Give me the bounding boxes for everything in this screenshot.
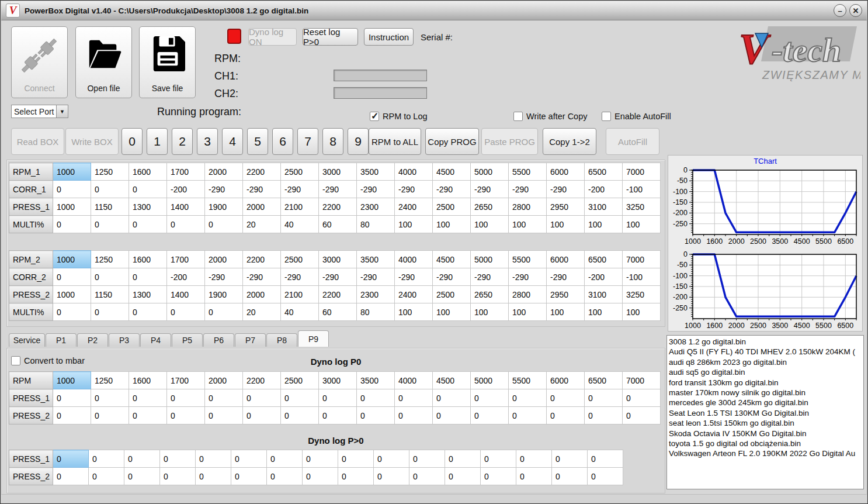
grid-cell[interactable]: 2300 bbox=[357, 198, 395, 216]
grid-cell[interactable]: 100 bbox=[471, 303, 509, 321]
grid-cell[interactable]: 0 bbox=[124, 450, 160, 468]
grid-cell[interactable]: -290 bbox=[319, 181, 357, 198]
program-button-6[interactable]: 6 bbox=[272, 128, 293, 155]
read-box-button[interactable]: Read BOX bbox=[11, 128, 64, 155]
grid-cell[interactable]: 6500 bbox=[585, 251, 623, 268]
grid-cell[interactable]: 1150 bbox=[91, 286, 129, 303]
grid-cell[interactable]: 3500 bbox=[357, 372, 395, 389]
grid-cell[interactable]: 80 bbox=[357, 216, 395, 233]
rpm-to-all-button[interactable]: RPM to ALL bbox=[369, 128, 421, 155]
grid-cell[interactable]: 0 bbox=[53, 303, 91, 321]
grid-cell[interactable]: 1150 bbox=[91, 198, 129, 216]
grid-cell[interactable]: 0 bbox=[509, 389, 547, 407]
save-file-button[interactable]: Save file bbox=[139, 26, 196, 98]
grid-cell[interactable]: 1000 bbox=[53, 286, 91, 303]
grid-cell[interactable]: 4500 bbox=[433, 251, 471, 268]
program-button-3[interactable]: 3 bbox=[197, 128, 218, 155]
grid-cell[interactable]: 2000 bbox=[205, 163, 243, 181]
grid-cell[interactable]: 40 bbox=[281, 216, 319, 233]
grid-cell[interactable]: 0 bbox=[167, 407, 205, 424]
connect-button[interactable]: Connect bbox=[11, 26, 68, 98]
grid-cell[interactable]: 2200 bbox=[243, 251, 281, 268]
grid-cell[interactable]: 1250 bbox=[91, 372, 129, 389]
grid-cell[interactable]: 20 bbox=[243, 303, 281, 321]
grid-cell[interactable]: 0 bbox=[91, 407, 129, 424]
grid-cell[interactable]: 0 bbox=[160, 468, 196, 485]
grid-cell[interactable]: 40 bbox=[281, 303, 319, 321]
grid-cell[interactable]: 1900 bbox=[205, 198, 243, 216]
file-list-item[interactable]: Seat Leon 1.5 TSI 130KM Go Digital.bin bbox=[669, 408, 863, 418]
grid-cell[interactable]: 2100 bbox=[281, 286, 319, 303]
grid-cell[interactable]: -290 bbox=[547, 268, 585, 286]
grid-cell[interactable]: 0 bbox=[267, 468, 303, 485]
grid-cell[interactable]: -290 bbox=[395, 181, 433, 198]
grid-cell[interactable]: 2500 bbox=[281, 372, 319, 389]
grid-cell[interactable]: -290 bbox=[281, 181, 319, 198]
tab-p9[interactable]: P9 bbox=[298, 330, 329, 347]
grid-cell[interactable]: 5000 bbox=[471, 163, 509, 181]
grid-cell[interactable]: 1000 bbox=[53, 163, 91, 181]
grid-cell[interactable]: 0 bbox=[89, 450, 124, 468]
grid-cell[interactable]: 0 bbox=[357, 389, 395, 407]
grid-cell[interactable]: 0 bbox=[124, 468, 160, 485]
grid-cell[interactable]: 5000 bbox=[471, 372, 509, 389]
chevron-down-icon[interactable]: ▼ bbox=[56, 105, 68, 118]
grid-cell[interactable]: 1300 bbox=[129, 198, 167, 216]
rpm-to-log-checkbox[interactable]: RPM to Log bbox=[370, 112, 428, 121]
grid-cell[interactable]: 1700 bbox=[167, 251, 205, 268]
program-button-0[interactable]: 0 bbox=[121, 128, 143, 155]
tab-p2[interactable]: P2 bbox=[77, 333, 108, 347]
grid-cell[interactable]: 1000 bbox=[53, 372, 91, 389]
grid-cell[interactable]: 0 bbox=[196, 468, 231, 485]
grid-cell[interactable]: 100 bbox=[433, 303, 471, 321]
grid-cell[interactable]: 6000 bbox=[547, 251, 585, 268]
file-list-item[interactable]: Audi Q5 II (FY FL) 40 TDI MHEV 2.0 150kW… bbox=[669, 347, 863, 357]
file-list-item[interactable]: Skoda Octavia IV 150KM Go Digital.bin bbox=[669, 429, 863, 439]
grid-cell[interactable]: 0 bbox=[243, 389, 281, 407]
minimize-button[interactable]: – bbox=[834, 4, 846, 17]
grid-cell[interactable]: 1300 bbox=[129, 286, 167, 303]
program-button-9[interactable]: 9 bbox=[348, 128, 369, 155]
grid-cell[interactable]: 4000 bbox=[395, 251, 433, 268]
grid-cell[interactable]: 3500 bbox=[357, 251, 395, 268]
grid-cell[interactable]: 0 bbox=[585, 407, 623, 424]
grid-cell[interactable]: 0 bbox=[231, 468, 267, 485]
write-box-button[interactable]: Write BOX bbox=[65, 128, 119, 155]
tab-p7[interactable]: P7 bbox=[235, 333, 266, 347]
grid-cell[interactable]: 0 bbox=[196, 450, 231, 468]
grid-cell[interactable]: 1250 bbox=[91, 251, 129, 268]
program-button-1[interactable]: 1 bbox=[147, 128, 168, 155]
grid-cell[interactable]: 100 bbox=[585, 216, 623, 233]
grid-cell[interactable]: 4000 bbox=[395, 372, 433, 389]
grid-cell[interactable]: 0 bbox=[91, 181, 129, 198]
grid-cell[interactable]: 0 bbox=[91, 303, 129, 321]
open-file-button[interactable]: Open file bbox=[75, 26, 132, 98]
grid-cell[interactable]: 1400 bbox=[167, 198, 205, 216]
grid-cell[interactable]: 3000 bbox=[319, 163, 357, 181]
grid-cell[interactable]: 4500 bbox=[433, 163, 471, 181]
grid-cell[interactable]: 1600 bbox=[129, 251, 167, 268]
grid-cell[interactable]: 2200 bbox=[243, 163, 281, 181]
grid-cell[interactable]: 0 bbox=[167, 216, 205, 233]
grid-cell[interactable]: 0 bbox=[129, 268, 167, 286]
grid-cell[interactable]: 1900 bbox=[205, 286, 243, 303]
grid-cell[interactable]: 0 bbox=[552, 468, 588, 485]
grid-cell[interactable]: -290 bbox=[281, 268, 319, 286]
grid-cell[interactable]: -290 bbox=[433, 268, 471, 286]
grid-cell[interactable]: 0 bbox=[231, 450, 267, 468]
enable-autofill-checkbox[interactable]: Enable AutoFill bbox=[602, 112, 671, 121]
grid-cell[interactable]: 0 bbox=[433, 389, 471, 407]
grid-cell[interactable]: 0 bbox=[471, 407, 509, 424]
grid-cell[interactable]: 0 bbox=[585, 389, 623, 407]
grid-cell[interactable]: 0 bbox=[281, 389, 319, 407]
grid-cell[interactable]: 3250 bbox=[623, 198, 661, 216]
tab-p5[interactable]: P5 bbox=[172, 333, 203, 347]
grid-cell[interactable]: 2000 bbox=[243, 286, 281, 303]
reset-log-button[interactable]: Reset log P>0 bbox=[303, 28, 358, 46]
program-button-5[interactable]: 5 bbox=[247, 128, 268, 155]
grid-cell[interactable]: 0 bbox=[395, 407, 433, 424]
grid-cell[interactable]: 0 bbox=[623, 407, 661, 424]
grid-cell[interactable]: 7000 bbox=[623, 251, 661, 268]
grid-cell[interactable]: 2000 bbox=[243, 198, 281, 216]
grid-cell[interactable]: 0 bbox=[409, 450, 445, 468]
